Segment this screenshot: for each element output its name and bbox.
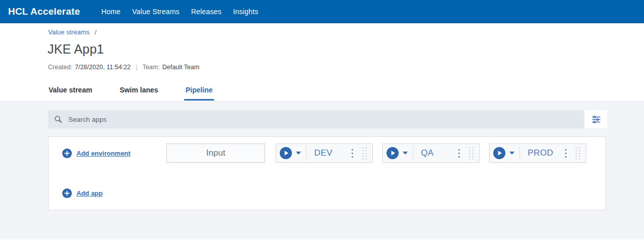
drag-handle-icon[interactable] <box>574 146 581 161</box>
page-meta: Created: 7/28/2020, 11:54:22 | Team: Def… <box>48 63 644 71</box>
tab-swim-lanes[interactable]: Swim lanes <box>118 86 159 101</box>
add-app-button[interactable]: Add app <box>62 188 103 198</box>
tab-pipeline[interactable]: Pipeline <box>184 86 214 101</box>
add-app-label: Add app <box>76 189 103 197</box>
kebab-menu-icon[interactable] <box>352 153 353 154</box>
filter-button[interactable] <box>585 110 607 128</box>
search-icon <box>54 115 62 123</box>
add-environment-cell: Add environment <box>62 149 166 158</box>
page-title: JKE App1 <box>48 42 644 57</box>
search-apps-box[interactable] <box>48 110 584 128</box>
top-navigation-bar: HCL Accelerate Home Value Streams Releas… <box>0 0 644 23</box>
team-value: Default Team <box>162 64 199 71</box>
pipeline-tab-content: Add environment Input DEV <box>0 101 644 239</box>
environment-box-qa: QA <box>382 143 480 163</box>
meta-divider: | <box>136 63 137 71</box>
breadcrumb-separator: / <box>95 28 97 36</box>
page-header: Value streams / JKE App1 Created: 7/28/2… <box>0 23 644 101</box>
tab-value-stream[interactable]: Value stream <box>47 86 94 101</box>
nav-item-home[interactable]: Home <box>101 8 120 16</box>
divider <box>520 147 520 160</box>
drag-handle-icon[interactable] <box>467 146 475 161</box>
add-environment-label: Add environment <box>76 150 131 157</box>
drag-handle-icon[interactable] <box>361 146 368 161</box>
nav-item-releases[interactable]: Releases <box>191 8 222 16</box>
add-app-row: Add app <box>62 188 606 198</box>
search-input[interactable] <box>67 115 578 124</box>
breadcrumb-value-streams-link[interactable]: Value streams <box>48 28 90 36</box>
chevron-down-icon[interactable] <box>509 152 514 155</box>
input-stage-label: Input <box>206 148 226 158</box>
environments-row: Add environment Input DEV <box>62 143 606 163</box>
pipeline-card: Add environment Input DEV <box>48 136 606 210</box>
breadcrumb: Value streams / <box>48 28 644 36</box>
created-label: Created: <box>48 64 72 71</box>
environment-name: DEV <box>314 148 352 158</box>
divider <box>413 147 413 160</box>
app-logo[interactable]: HCL Accelerate <box>8 6 80 17</box>
environment-name: QA <box>421 148 458 158</box>
search-toolbar <box>48 110 607 128</box>
tab-bar: Value stream Swim lanes Pipeline <box>47 86 644 101</box>
settings-adjust-icon <box>591 115 601 124</box>
play-button[interactable] <box>387 147 399 159</box>
play-button[interactable] <box>493 147 505 159</box>
main-nav: Home Value Streams Releases Insights <box>101 8 258 16</box>
nav-item-value-streams[interactable]: Value Streams <box>132 8 179 16</box>
nav-item-insights[interactable]: Insights <box>233 8 259 16</box>
environment-box-dev: DEV <box>276 143 373 163</box>
plus-circle-icon <box>62 188 72 198</box>
created-value: 7/28/2020, 11:54:22 <box>75 64 131 71</box>
environment-box-prod: PROD <box>489 143 586 163</box>
input-stage-box[interactable]: Input <box>166 143 265 163</box>
divider <box>306 147 307 160</box>
chevron-down-icon[interactable] <box>296 152 301 155</box>
chevron-down-icon[interactable] <box>403 152 408 155</box>
kebab-menu-icon[interactable] <box>458 153 460 154</box>
kebab-menu-icon[interactable] <box>565 153 567 154</box>
add-environment-button[interactable]: Add environment <box>62 149 166 158</box>
plus-circle-icon <box>62 149 72 158</box>
environment-name: PROD <box>528 148 565 158</box>
play-button[interactable] <box>280 147 292 159</box>
team-label: Team: <box>143 64 160 71</box>
